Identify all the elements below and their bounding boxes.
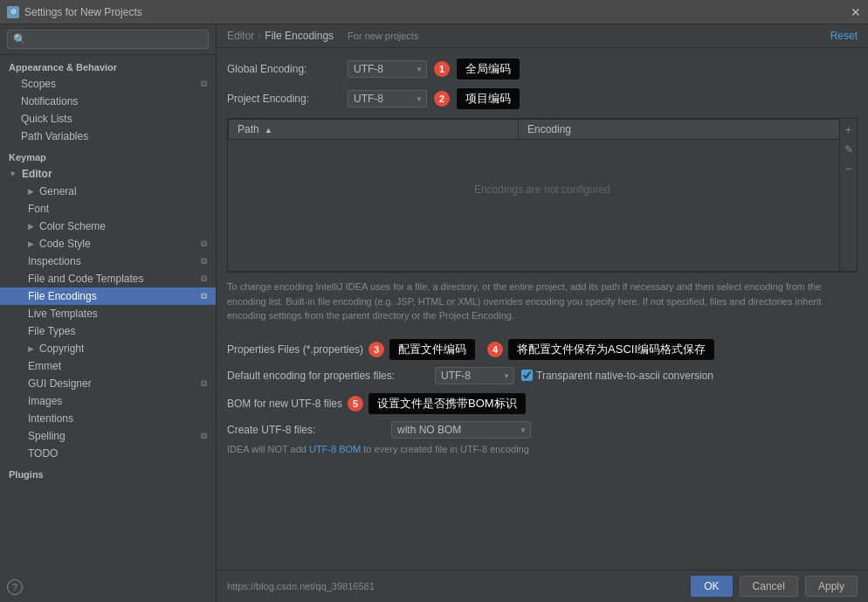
sidebar-item-spelling[interactable]: Spelling ⧉ (0, 427, 216, 445)
intentions-label: Intentions (28, 412, 73, 425)
color-scheme-label: Color Scheme (39, 220, 106, 232)
todo-label: TODO (28, 447, 58, 460)
sidebar-item-general[interactable]: ▶ General (0, 183, 216, 200)
sidebar-item-inspections[interactable]: Inspections ⧉ (0, 253, 216, 270)
encoding-table: Path ▲ Encoding (228, 119, 857, 140)
cancel-button[interactable]: Cancel (740, 576, 798, 597)
quick-lists-label: Quick Lists (21, 113, 72, 125)
sidebar-item-emmet[interactable]: Emmet (0, 357, 216, 375)
emmet-label: Emmet (28, 360, 61, 372)
help-button[interactable]: ? (7, 579, 23, 595)
info-text: To change encoding IntelliJ IDEA uses fo… (227, 272, 858, 330)
project-encoding-badge: 2 (434, 91, 450, 107)
scopes-label: Scopes (21, 78, 56, 90)
content-header: Editor › File Encodings For new projects… (217, 24, 868, 48)
sidebar-search-container (0, 24, 216, 55)
app-icon: ⚙ (7, 6, 19, 18)
copy-icon-fct: ⧉ (201, 273, 207, 284)
sidebar-item-code-style[interactable]: ▶ Code Style ⧉ (0, 235, 216, 253)
global-encoding-row: Global Encoding: UTF-8 ISO-8859-1 GBK 1 … (227, 59, 858, 80)
col-path: Path ▲ (229, 120, 519, 140)
title-bar: ⚙ Settings for New Projects ✕ (0, 0, 868, 24)
table-edit-button[interactable]: ✎ (843, 142, 855, 157)
general-arrow-icon: ▶ (28, 187, 34, 196)
section-appearance-behavior: Appearance & Behavior (0, 55, 216, 75)
section-plugins: Plugins (0, 462, 216, 482)
copy-icon-fe: ⧉ (201, 291, 207, 301)
sidebar-item-scopes[interactable]: Scopes ⧉ (0, 75, 216, 93)
copyright-arrow-icon: ▶ (28, 344, 34, 353)
sidebar-item-todo[interactable]: TODO (0, 445, 216, 462)
transparent-checkbox-label[interactable]: Transparent native-to-ascii conversion (521, 370, 713, 382)
transparent-checkbox[interactable] (521, 370, 533, 381)
code-style-arrow-icon: ▶ (28, 239, 34, 248)
spelling-label: Spelling (28, 430, 65, 442)
bom-info-text: IDEA will NOT add (227, 444, 307, 454)
content-body: Global Encoding: UTF-8 ISO-8859-1 GBK 1 … (217, 48, 868, 570)
sidebar-item-editor[interactable]: ▼ Editor (0, 165, 216, 183)
bom-section: BOM for new UTF-8 files 5 设置文件是否携带BOM标识 … (227, 393, 858, 454)
properties-title: Properties Files (*.properties) 3 配置文件编码… (227, 339, 858, 360)
dialog-title: Settings for New Projects (24, 6, 142, 18)
editor-label: Editor (22, 168, 52, 180)
encoding-table-container: Path ▲ Encoding Encodings are not config… (227, 118, 858, 272)
sidebar-item-font[interactable]: Font (0, 200, 216, 218)
project-encoding-tooltip: 项目编码 (457, 88, 520, 109)
bom-title: BOM for new UTF-8 files 5 设置文件是否携带BOM标识 (227, 393, 858, 414)
sidebar-item-notifications[interactable]: Notifications (0, 93, 216, 110)
search-input[interactable] (7, 30, 209, 49)
project-encoding-row: Project Encoding: UTF-8 ISO-8859-1 GBK 2… (227, 88, 858, 109)
properties-section: Properties Files (*.properties) 3 配置文件编码… (227, 339, 858, 384)
sidebar-item-path-variables[interactable]: Path Variables (0, 128, 216, 145)
gui-designer-label: GUI Designer (28, 377, 92, 390)
sidebar-item-file-code-templates[interactable]: File and Code Templates ⧉ (0, 270, 216, 287)
bom-create-select[interactable]: with NO BOM with BOM (391, 421, 531, 439)
editor-arrow-icon: ▼ (9, 170, 17, 178)
encoding-table-body: Encodings are not configured (228, 149, 857, 271)
file-code-templates-label: File and Code Templates (28, 273, 144, 285)
dialog-footer: https://blog.csdn.net/qq_39816581 OK Can… (217, 570, 868, 602)
sidebar-item-intentions[interactable]: Intentions (0, 410, 216, 427)
dialog: Appearance & Behavior Scopes ⧉ Notificat… (0, 24, 868, 602)
inspections-label: Inspections (28, 255, 81, 267)
sidebar-item-copyright[interactable]: ▶ Copyright (0, 340, 216, 357)
default-encoding-select[interactable]: UTF-8 ISO-8859-1 (435, 367, 514, 384)
global-encoding-select[interactable]: UTF-8 ISO-8859-1 GBK (348, 60, 427, 78)
font-label: Font (28, 203, 49, 215)
breadcrumb-editor: Editor (227, 30, 254, 42)
bom-info: IDEA will NOT add UTF-8 BOM to every cre… (227, 444, 858, 454)
copy-icon-gui: ⧉ (201, 378, 207, 389)
copy-icon-spelling: ⧉ (201, 431, 207, 441)
sidebar-item-file-types[interactable]: File Types (0, 322, 216, 340)
color-scheme-arrow-icon: ▶ (28, 222, 34, 231)
sidebar-item-color-scheme[interactable]: ▶ Color Scheme (0, 218, 216, 235)
table-add-button[interactable]: + (844, 122, 853, 138)
sidebar-item-quick-lists[interactable]: Quick Lists (0, 110, 216, 128)
table-side-buttons: + ✎ − (839, 119, 857, 271)
notifications-label: Notifications (21, 95, 78, 107)
properties-tooltip4: 将配置文件保存为ASCII编码格式保存 (508, 339, 714, 360)
properties-tooltip3: 配置文件编码 (389, 339, 475, 360)
sidebar-item-images[interactable]: Images (0, 392, 216, 410)
properties-badge3: 3 (369, 342, 384, 357)
section-keymap: Keymap (0, 145, 216, 165)
apply-button[interactable]: Apply (805, 576, 858, 597)
default-encoding-select-wrapper: UTF-8 ISO-8859-1 (435, 367, 514, 384)
col-encoding: Encoding (519, 120, 857, 140)
path-variables-label: Path Variables (21, 130, 88, 142)
reset-link[interactable]: Reset (830, 30, 858, 42)
bom-create-label: Create UTF-8 files: (227, 424, 384, 436)
file-encodings-label: File Encodings (28, 290, 97, 302)
sidebar-item-gui-designer[interactable]: GUI Designer ⧉ (0, 375, 216, 392)
bom-badge5: 5 (348, 396, 363, 412)
project-encoding-label: Project Encoding: (227, 93, 341, 105)
sidebar-item-live-templates[interactable]: Live Templates (0, 305, 216, 322)
ok-button[interactable]: OK (691, 576, 732, 597)
close-button[interactable]: ✕ (851, 5, 861, 19)
project-encoding-select[interactable]: UTF-8 ISO-8859-1 GBK (348, 90, 427, 107)
sidebar-item-file-encodings[interactable]: File Encodings ⧉ (0, 287, 216, 305)
properties-default-row: Default encoding for properties files: U… (227, 367, 858, 384)
bom-title-text: BOM for new UTF-8 files (227, 398, 342, 410)
table-remove-button[interactable]: − (844, 161, 853, 176)
bom-info-after: to every created file in UTF-8 encoding (363, 444, 529, 454)
